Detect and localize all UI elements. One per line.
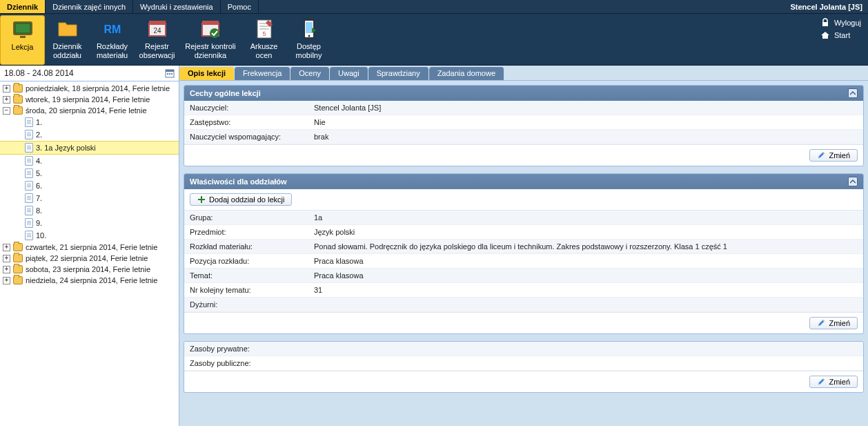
change-button[interactable]: Zmień xyxy=(809,149,858,162)
tree-lesson[interactable]: 6. xyxy=(0,180,179,192)
start-label: Start xyxy=(834,31,850,39)
tab-zadania-domowe[interactable]: Zadania domowe xyxy=(429,67,504,80)
field-label: Rozkład materiału: xyxy=(190,242,314,251)
tree-lesson[interactable]: 10. xyxy=(0,229,179,242)
svg-rect-25 xyxy=(198,199,205,200)
add-oddzial-button[interactable]: Dodaj oddział do lekcji xyxy=(190,193,292,206)
expand-icon[interactable]: + xyxy=(3,96,10,104)
field-row: Zasoby prywatne: xyxy=(184,342,863,356)
tree-lesson-label: 1. xyxy=(36,118,42,126)
field-value xyxy=(314,359,858,367)
field-label: Nauczyciel: xyxy=(190,104,314,112)
top-tab-wydruki[interactable]: Wydruki i zestawienia xyxy=(133,0,221,13)
expand-icon[interactable]: + xyxy=(3,244,10,251)
svg-rect-2 xyxy=(20,36,26,38)
expand-icon[interactable]: + xyxy=(3,255,10,262)
collapse-button[interactable] xyxy=(848,177,858,186)
tree-day[interactable]: +niedziela, 24 sierpnia 2014, Ferie letn… xyxy=(0,275,179,286)
panel-title: Właściwości dla oddziałów xyxy=(190,177,287,186)
tree-lesson[interactable]: 9. xyxy=(0,217,179,229)
ribbon-dziennik-oddzialu[interactable]: Dziennik oddziału xyxy=(45,15,90,65)
svg-point-9 xyxy=(210,28,219,38)
field-row: Dyżurni: xyxy=(184,298,863,312)
svg-rect-5 xyxy=(149,21,166,25)
top-tab-dziennik[interactable]: Dziennik xyxy=(0,0,46,13)
change-button[interactable]: Zmień xyxy=(809,317,858,329)
tree-day-label: niedziela, 24 sierpnia 2014, Ferie letni… xyxy=(26,276,157,284)
top-tab-pomoc[interactable]: Pomoc xyxy=(221,0,259,13)
tree-day[interactable]: +piątek, 22 sierpnia 2014, Ferie letnie xyxy=(0,253,179,264)
tree-lesson[interactable]: 1. xyxy=(0,116,179,128)
panel-footer: Zmień xyxy=(184,371,863,392)
tree-day-label: środa, 20 sierpnia 2014, Ferie letnie xyxy=(26,106,147,115)
pencil-icon xyxy=(817,319,825,327)
tab-sprawdziany[interactable]: Sprawdziany xyxy=(368,67,429,80)
logout-link[interactable]: Wyloguj xyxy=(820,18,861,28)
collapse-icon[interactable]: − xyxy=(3,107,10,115)
ribbon-label: Rejestr obserwacji xyxy=(136,42,178,59)
tab-uwagi[interactable]: Uwagi xyxy=(330,67,368,80)
lesson-tree[interactable]: +poniedziałek, 18 sierpnia 2014, Ferie l… xyxy=(0,81,179,426)
folder-icon xyxy=(13,254,23,262)
tree-lesson[interactable]: 5. xyxy=(0,167,179,180)
field-value: 31 xyxy=(314,286,858,294)
expand-icon[interactable]: + xyxy=(3,85,10,93)
tree-day[interactable]: +wtorek, 19 sierpnia 2014, Ferie letnie xyxy=(0,94,179,105)
field-label: Zasoby publiczne: xyxy=(190,359,314,367)
ribbon-rozklady[interactable]: RM Rozkłady materiału xyxy=(90,15,135,65)
start-link[interactable]: Start xyxy=(820,30,861,40)
field-value xyxy=(314,345,858,353)
rm-icon: RM xyxy=(101,18,124,40)
calendar-icon[interactable] xyxy=(165,68,175,78)
svg-rect-8 xyxy=(202,21,219,25)
panel-wlasciwosci: Właściwości dla oddziałów Dodaj oddział … xyxy=(184,173,864,334)
tree-day-label: poniedziałek, 18 sierpnia 2014, Ferie le… xyxy=(26,84,170,93)
svg-rect-1 xyxy=(16,24,30,32)
tree-day[interactable]: +sobota, 23 sierpnia 2014, Ferie letnie xyxy=(0,264,179,275)
tree-day[interactable]: +czwartek, 21 sierpnia 2014, Ferie letni… xyxy=(0,242,179,253)
page-icon xyxy=(25,117,33,127)
tree-lesson[interactable]: 4. xyxy=(0,155,179,167)
tree-day-label: piątek, 22 sierpnia 2014, Ferie letnie xyxy=(26,254,148,262)
ribbon-arkusze-ocen[interactable]: 5 Arkusze ocen xyxy=(241,15,286,65)
ribbon-label: Dostęp mobilny xyxy=(288,42,330,59)
expand-icon[interactable]: + xyxy=(3,277,10,284)
field-row: Zasoby publiczne: xyxy=(184,356,863,371)
tree-lesson[interactable]: 7. xyxy=(0,192,179,204)
field-label: Zasoby prywatne: xyxy=(190,345,314,353)
tab-oceny[interactable]: Oceny xyxy=(290,67,330,80)
field-label: Przedmiot: xyxy=(190,228,314,236)
tree-lesson-label: 10. xyxy=(36,231,46,240)
svg-text:5: 5 xyxy=(262,30,266,37)
sidebar: 18.08 - 24.08 2014 +poniedziałek, 18 sie… xyxy=(0,66,179,426)
tree-lesson[interactable]: 3. 1a Język polski xyxy=(0,141,179,155)
ribbon-dostep-mobilny[interactable]: Dostęp mobilny xyxy=(286,15,331,65)
add-label: Dodaj oddział do lekcji xyxy=(209,195,284,204)
page-icon xyxy=(25,193,33,203)
page-icon xyxy=(25,218,33,228)
ribbon-lekcja[interactable]: Lekcja xyxy=(0,15,45,65)
tab-frekwencja[interactable]: Frekwencja xyxy=(235,67,290,80)
home-icon xyxy=(820,30,830,40)
date-range-header[interactable]: 18.08 - 24.08 2014 xyxy=(0,66,179,81)
tree-lesson[interactable]: 8. xyxy=(0,204,179,217)
field-label: Nr kolejny tematu: xyxy=(190,286,314,294)
logout-label: Wyloguj xyxy=(834,19,861,27)
ribbon-label: Lekcja xyxy=(12,43,34,52)
pencil-icon xyxy=(817,378,825,386)
ribbon-rejestr-kontroli[interactable]: Rejestr kontroli dziennika xyxy=(179,15,241,65)
top-tab-dziennik-innych[interactable]: Dziennik zajęć innych xyxy=(46,0,133,13)
ribbon-rejestr-obserwacji[interactable]: 24 Rejestr obserwacji xyxy=(135,15,179,65)
expand-icon[interactable]: + xyxy=(3,266,10,273)
tree-day[interactable]: −środa, 20 sierpnia 2014, Ferie letnie xyxy=(0,105,179,116)
chevron-up-icon xyxy=(850,90,856,96)
field-value: brak xyxy=(314,133,858,141)
tree-day[interactable]: +poniedziałek, 18 sierpnia 2014, Ferie l… xyxy=(0,83,179,94)
change-label: Zmień xyxy=(829,151,850,159)
folder-icon xyxy=(13,84,23,93)
tree-lesson[interactable]: 2. xyxy=(0,128,179,141)
change-button[interactable]: Zmień xyxy=(809,376,858,388)
collapse-button[interactable] xyxy=(848,88,858,98)
svg-rect-21 xyxy=(167,73,168,75)
tab-opis-lekcji[interactable]: Opis lekcji xyxy=(179,67,235,80)
